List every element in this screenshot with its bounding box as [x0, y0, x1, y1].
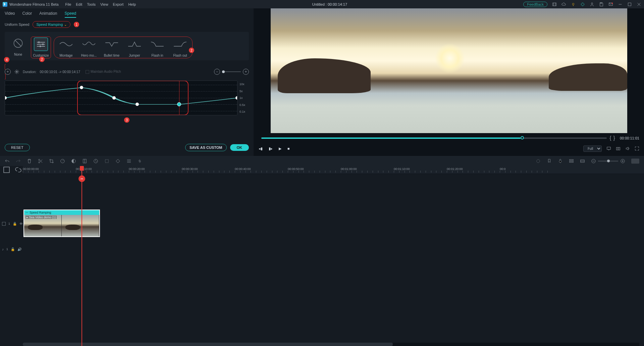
- lock-icon[interactable]: 🔓: [11, 247, 15, 251]
- adjust-icon[interactable]: [126, 159, 131, 164]
- svg-point-10: [42, 44, 44, 45]
- display-icon[interactable]: [606, 146, 611, 151]
- stop-button[interactable]: ■: [287, 147, 290, 151]
- svg-rect-25: [570, 161, 573, 162]
- timeline-ruler[interactable]: 00:00:00:00 00:00:10:00 00:00:20:00 00:0…: [23, 166, 644, 174]
- detect-icon[interactable]: [104, 159, 109, 164]
- undo-icon[interactable]: [5, 159, 10, 164]
- preview-quality-select[interactable]: Full: [583, 146, 602, 152]
- account-icon[interactable]: [590, 2, 594, 7]
- preset-flashout[interactable]: Flash out: [170, 38, 190, 57]
- split-icon[interactable]: [38, 159, 43, 164]
- tab-video[interactable]: Video: [5, 11, 15, 18]
- delete-icon[interactable]: [27, 159, 32, 164]
- ramp-keyframe-5[interactable]: [235, 96, 237, 100]
- mark-out-icon[interactable]: }: [613, 135, 615, 141]
- ramp-keyframe-3[interactable]: [136, 103, 139, 106]
- snapshot-icon[interactable]: [616, 146, 621, 151]
- redo-icon[interactable]: [16, 159, 21, 164]
- mute-icon[interactable]: 🔊: [17, 247, 21, 251]
- preview-scrubber[interactable]: [261, 137, 607, 139]
- record-vo-icon[interactable]: [558, 159, 563, 164]
- menu-help[interactable]: Help: [128, 2, 136, 6]
- video-clip[interactable]: 〰Speed Ramping Sea Video demo (1): [23, 210, 100, 237]
- fit-zoom-icon[interactable]: [2, 166, 11, 175]
- menu-edit[interactable]: Edit: [76, 2, 82, 6]
- speed-icon[interactable]: [60, 159, 65, 164]
- minimize-button[interactable]: [618, 2, 623, 7]
- maintain-pitch-checkbox[interactable]: [86, 70, 89, 74]
- tab-animation[interactable]: Animation: [39, 11, 57, 18]
- ramp-zoom-in-button[interactable]: +: [243, 69, 249, 75]
- subtab-speed-ramping[interactable]: Speed Ramping ⌄: [33, 21, 70, 28]
- speed-ramp-graph[interactable]: [5, 80, 237, 115]
- scissors-icon[interactable]: ✂: [78, 175, 85, 182]
- inspector-panel: Video Color Animation Speed Uniform Spee…: [0, 8, 254, 156]
- render-icon[interactable]: [93, 159, 98, 164]
- ramp-keyframe-2[interactable]: [112, 96, 116, 100]
- menu-export[interactable]: Export: [113, 2, 124, 6]
- keyframe-icon[interactable]: [115, 159, 120, 164]
- save-icon[interactable]: [599, 2, 604, 7]
- link-icon[interactable]: [14, 166, 23, 175]
- message-icon[interactable]: [608, 2, 613, 7]
- mark-in-icon[interactable]: {: [609, 135, 611, 141]
- marker-icon[interactable]: [547, 159, 552, 164]
- tab-speed[interactable]: Speed: [65, 11, 76, 18]
- volume-icon[interactable]: [625, 146, 630, 151]
- tl-zoom-out-icon[interactable]: [591, 159, 596, 164]
- crop-icon[interactable]: [49, 159, 54, 164]
- ramp-playhead[interactable]: [179, 81, 179, 115]
- reset-button[interactable]: RESET: [5, 144, 30, 151]
- timeline-corner: [0, 166, 23, 174]
- preset-jumper[interactable]: Jumper: [124, 38, 145, 57]
- timeline-display-toggle[interactable]: [631, 159, 639, 164]
- menu-file[interactable]: File: [65, 2, 71, 6]
- preset-bullet[interactable]: Bullet time: [102, 38, 122, 57]
- subtab-uniform-speed[interactable]: Uniform Speed: [5, 22, 29, 26]
- tab-color[interactable]: Color: [22, 11, 32, 18]
- cloud-icon[interactable]: [561, 2, 566, 7]
- menu-view[interactable]: View: [100, 2, 108, 6]
- timeline-hscrollbar[interactable]: [23, 343, 639, 346]
- timeline-view-icon[interactable]: [580, 159, 585, 164]
- audio-detach-icon[interactable]: [138, 159, 143, 164]
- ramp-zoom-out-button[interactable]: −: [214, 69, 220, 75]
- media-icon[interactable]: [552, 2, 557, 7]
- ramp-keyframe-1[interactable]: [80, 86, 83, 89]
- track-options-icon[interactable]: [569, 159, 574, 164]
- tl-zoom-slider[interactable]: [598, 161, 618, 162]
- save-as-custom-button[interactable]: SAVE AS CUSTOM: [185, 144, 227, 151]
- preset-hero[interactable]: Hero mo...: [79, 38, 99, 57]
- preset-flashin[interactable]: Flash in: [147, 38, 167, 57]
- add-keyframe-button[interactable]: +: [5, 69, 11, 75]
- ok-button[interactable]: OK: [230, 144, 249, 151]
- preview-panel: { } 00:00:11:01 ◂▮ ▮▸ ▶ ■ Full: [254, 8, 644, 156]
- close-button[interactable]: [637, 2, 641, 7]
- play-button[interactable]: ▶: [279, 147, 281, 151]
- color-icon[interactable]: [71, 159, 76, 164]
- prev-frame-button[interactable]: ◂▮: [259, 147, 263, 151]
- eye-icon[interactable]: 👁: [19, 222, 23, 226]
- tl-zoom-in-icon[interactable]: [620, 159, 625, 164]
- preset-montage[interactable]: Montage: [56, 38, 76, 57]
- maximize-button[interactable]: [627, 2, 632, 7]
- ramp-zoom-slider[interactable]: [222, 71, 241, 72]
- idea-icon[interactable]: [571, 2, 576, 7]
- next-frame-button[interactable]: ▮▸: [269, 147, 273, 151]
- timeline-playhead[interactable]: ✂: [82, 166, 82, 346]
- menu-tools[interactable]: Tools: [87, 2, 96, 6]
- ramp-keyframe-4[interactable]: [177, 102, 181, 106]
- greenscreen-icon[interactable]: [82, 159, 87, 164]
- support-icon[interactable]: [580, 2, 585, 7]
- feedback-button[interactable]: FeedBack: [523, 2, 547, 7]
- lock-icon[interactable]: 🔓: [13, 222, 17, 226]
- video-track-number: 1: [8, 222, 10, 225]
- freeze-frame-icon[interactable]: [14, 69, 19, 74]
- preset-none[interactable]: None: [8, 37, 28, 58]
- preset-customize[interactable]: Customize 2: [31, 37, 51, 58]
- svg-rect-0: [553, 3, 556, 6]
- mixer-icon[interactable]: [536, 159, 541, 164]
- fullscreen-icon[interactable]: [635, 146, 639, 151]
- preview-viewport[interactable]: [271, 8, 627, 133]
